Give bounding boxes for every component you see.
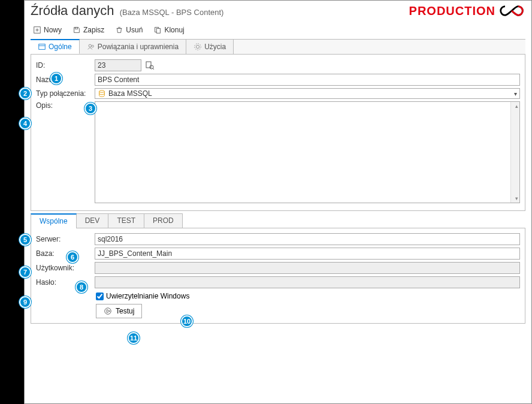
test-button[interactable]: Testuj <box>96 304 142 318</box>
callout-10: 10 <box>181 315 193 327</box>
save-icon <box>72 26 81 34</box>
svg-rect-6 <box>39 44 46 50</box>
page-title: Źródła danych <box>31 3 114 18</box>
svg-point-9 <box>92 45 94 47</box>
svg-point-10 <box>197 45 200 48</box>
svg-point-15 <box>99 91 105 93</box>
infinity-icon <box>498 4 525 17</box>
clone-button[interactable]: Klonuj <box>151 25 186 35</box>
svg-marker-17 <box>107 309 110 312</box>
subtab-wspolne[interactable]: Wspólne <box>31 213 77 228</box>
main-tabs: Ogólne Powiązania i uprawnienia Użycia <box>31 39 525 55</box>
baza-input[interactable] <box>95 248 520 260</box>
chevron-down-icon: ▾ <box>514 91 517 97</box>
callout-4: 4 <box>19 117 31 129</box>
svg-rect-3 <box>75 28 77 29</box>
haslo-input[interactable] <box>95 276 520 288</box>
callout-11: 11 <box>128 332 140 344</box>
subtab-test[interactable]: TEST <box>108 213 144 228</box>
winauth-checkbox[interactable] <box>96 293 104 300</box>
svg-rect-12 <box>146 62 151 68</box>
copy-icon <box>153 26 162 34</box>
trash-icon <box>115 26 123 34</box>
delete-button[interactable]: Usuń <box>113 25 145 35</box>
svg-rect-5 <box>157 28 161 33</box>
form-icon <box>38 43 46 51</box>
window: Źródła danych (Baza MSSQL - BPS Content)… <box>24 0 532 404</box>
svg-point-11 <box>195 44 201 50</box>
typ-select[interactable]: Baza MSSQL ▾ <box>95 88 520 99</box>
general-panel: ID: Nazwa: Typ połączenia: Baza MSSQL ▾ … <box>31 55 525 211</box>
connection-form: Serwer: Baza: Użytkownik: Hasło: Uwierzy… <box>31 228 525 324</box>
search-id-icon[interactable] <box>145 61 155 70</box>
new-button[interactable]: Nowy <box>31 25 64 35</box>
uzytkownik-input[interactable] <box>95 262 520 274</box>
callout-1: 1 <box>50 73 62 85</box>
toolbar: Nowy Zapisz Usuń Klonuj <box>25 22 531 39</box>
callout-9: 9 <box>19 296 31 308</box>
nazwa-input[interactable] <box>95 74 520 86</box>
tab-ogolne[interactable]: Ogólne <box>31 39 80 54</box>
callout-3: 3 <box>84 102 96 114</box>
scroll-down-icon[interactable]: ▾ <box>515 195 518 201</box>
env-label: PRODUCTION <box>409 4 495 18</box>
typ-value: Baza MSSQL <box>108 89 512 98</box>
callout-6: 6 <box>66 251 78 263</box>
winauth-label: Uwierzytelnianie Windows <box>106 292 189 300</box>
tab-powiazania[interactable]: Powiązania i uprawnienia <box>80 40 186 54</box>
typ-label: Typ połączenia: <box>36 89 91 98</box>
callout-8: 8 <box>75 281 87 293</box>
subtab-dev[interactable]: DEV <box>76 213 109 228</box>
database-icon <box>98 89 106 98</box>
svg-point-8 <box>89 44 91 47</box>
page-subtitle: (Baza MSSQL - BPS Content) <box>120 8 224 17</box>
tab-uzycia[interactable]: Użycia <box>186 40 234 54</box>
callout-7: 7 <box>19 266 31 278</box>
connection-section: Wspólne DEV TEST PROD Serwer: Baza: Użyt… <box>31 213 525 324</box>
subtab-prod[interactable]: PROD <box>144 213 183 228</box>
svg-line-14 <box>153 68 154 70</box>
save-button[interactable]: Zapisz <box>70 25 107 35</box>
gear-icon <box>194 43 202 51</box>
callout-5: 5 <box>19 234 31 246</box>
title-group: Źródła danych (Baza MSSQL - BPS Content) <box>31 3 223 19</box>
id-input <box>95 59 141 71</box>
baza-label: Baza: <box>36 249 91 258</box>
serwer-input[interactable] <box>95 233 520 245</box>
new-icon <box>33 26 41 34</box>
users-icon <box>87 43 95 51</box>
serwer-label: Serwer: <box>36 235 91 243</box>
play-icon <box>104 307 112 315</box>
id-label: ID: <box>36 61 91 70</box>
window-header: Źródła danych (Baza MSSQL - BPS Content)… <box>25 1 531 22</box>
opis-label: Opis: <box>36 101 91 110</box>
env-tabs: Wspólne DEV TEST PROD <box>31 213 525 228</box>
uzytkownik-label: Użytkownik: <box>36 264 91 272</box>
opis-textarea[interactable]: ▴ ▾ <box>95 101 520 203</box>
nazwa-label: Nazwa: <box>36 76 91 84</box>
scroll-up-icon[interactable]: ▴ <box>515 103 518 109</box>
env-badge: PRODUCTION <box>409 4 525 18</box>
callout-2: 2 <box>19 88 31 100</box>
